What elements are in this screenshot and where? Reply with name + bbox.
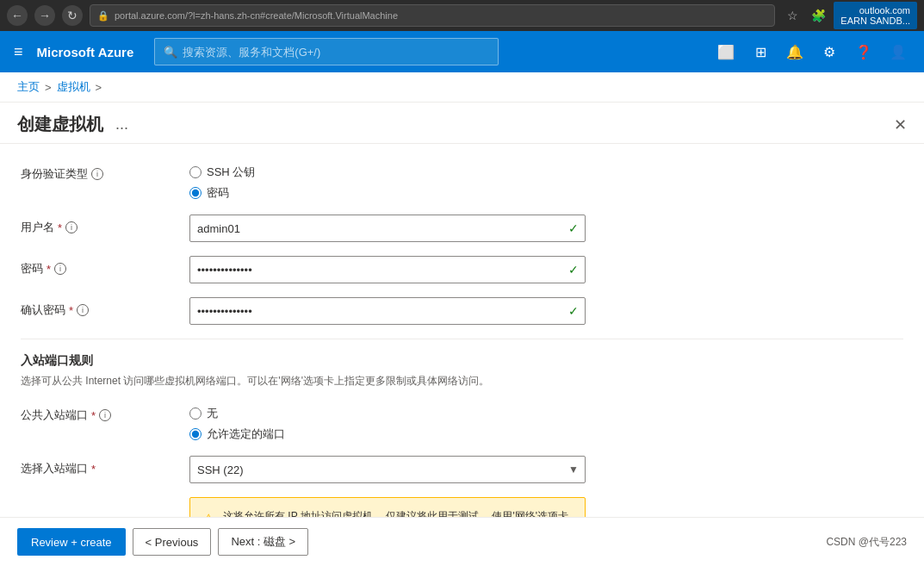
select-inbound-row: 选择入站端口 * SSH (22) HTTP (80) HTTPS (443) …	[21, 456, 903, 483]
inbound-rules-section: 入站端口规则 选择可从公共 Internet 访问哪些虚拟机网络端口。可以在'网…	[21, 353, 903, 517]
help-icon[interactable]: ❓	[848, 36, 879, 67]
search-bar[interactable]: 🔍	[154, 38, 499, 65]
main-content: 身份验证类型 i SSH 公钥 密码 用户名	[0, 144, 924, 517]
browser-chrome: ← → ↻ 🔒 portal.azure.com/?l=zh-hans.zh-c…	[0, 0, 924, 31]
feedback-icon[interactable]: 👤	[883, 36, 914, 67]
username-input-wrapper: ✓	[189, 215, 586, 242]
watermark-text: CSDN @代号223	[826, 535, 907, 550]
username-required: *	[58, 221, 62, 234]
breadcrumb-home[interactable]: 主页	[17, 79, 40, 95]
auth-ssh-label: SSH 公钥	[207, 165, 255, 180]
browser-actions: ☆ 🧩 outlook.com EARN SANDB...	[782, 2, 917, 29]
public-inbound-required: *	[91, 409, 96, 422]
auth-password-option[interactable]: 密码	[189, 185, 586, 201]
public-inbound-options: 无 允许选定的端口	[189, 402, 586, 442]
page-title: 创建虚拟机	[17, 113, 103, 136]
auth-type-info-icon[interactable]: i	[91, 168, 103, 180]
username-input[interactable]	[189, 215, 586, 242]
password-check-icon: ✓	[568, 263, 579, 277]
previous-button[interactable]: < Previous	[133, 528, 212, 556]
select-inbound-label: 选择入站端口 *	[21, 456, 176, 476]
auth-password-radio[interactable]	[189, 187, 202, 199]
confirm-password-check-icon: ✓	[568, 304, 579, 318]
page-header: 创建虚拟机 ... ✕	[0, 103, 924, 144]
lock-icon: 🔒	[97, 10, 109, 22]
select-inbound-wrapper: SSH (22) HTTP (80) HTTPS (443) RDP (3389…	[189, 456, 586, 483]
forward-button[interactable]: →	[34, 5, 55, 26]
username-info-icon[interactable]: i	[65, 221, 78, 233]
inbound-rules-desc: 选择可从公共 Internet 访问哪些虚拟机网络端口。可以在'网络'选项卡上指…	[21, 374, 903, 389]
public-inbound-row: 公共入站端口 * i 无 允许选定的端口	[21, 402, 903, 442]
password-label: 密码 * i	[21, 256, 176, 277]
warning-box: ⚠ 这将允许所有 IP 地址访问虚拟机。 仅建议将此用于测试。 使用'网络'选项…	[189, 497, 586, 517]
public-inbound-info-icon[interactable]: i	[99, 409, 111, 421]
next-button[interactable]: Next : 磁盘 >	[218, 528, 308, 556]
inbound-none-label: 无	[207, 406, 218, 421]
username-check-icon: ✓	[568, 221, 579, 235]
auth-type-row: 身份验证类型 i SSH 公钥 密码	[21, 161, 903, 201]
password-input-wrapper: ✓	[189, 256, 586, 283]
select-inbound-required: *	[91, 463, 96, 476]
breadcrumb-sep1: >	[45, 81, 52, 94]
warning-text: 这将允许所有 IP 地址访问虚拟机。 仅建议将此用于测试。 使用'网络'选项卡中…	[223, 508, 573, 517]
confirm-password-label: 确认密码 * i	[21, 297, 176, 318]
account-email: outlook.com	[840, 5, 910, 16]
account-pill[interactable]: outlook.com EARN SANDB...	[834, 2, 917, 29]
footer-watermark: CSDN @代号223	[826, 535, 907, 550]
warning-icon: ⚠	[202, 509, 214, 517]
search-icon: 🔍	[164, 46, 177, 59]
breadcrumb-vm[interactable]: 虚拟机	[57, 79, 90, 95]
account-sandbox: EARN SANDB...	[840, 16, 910, 26]
settings-icon[interactable]: ⚙	[814, 36, 845, 67]
confirm-password-required: *	[69, 304, 73, 317]
select-inbound-dropdown[interactable]: SSH (22) HTTP (80) HTTPS (443) RDP (3389…	[189, 456, 586, 483]
back-button[interactable]: ←	[7, 5, 28, 26]
inbound-allow-radio[interactable]	[189, 428, 202, 440]
refresh-button[interactable]: ↻	[62, 5, 83, 26]
close-button[interactable]: ✕	[894, 115, 907, 134]
confirm-password-row: 确认密码 * i ✓	[21, 297, 903, 325]
notifications-icon[interactable]: 🔔	[779, 36, 810, 67]
auth-type-label: 身份验证类型 i	[21, 161, 176, 182]
page-footer: Review + create < Previous Next : 磁盘 > C…	[0, 517, 924, 566]
public-inbound-label: 公共入站端口 * i	[21, 402, 176, 423]
divider	[21, 339, 903, 339]
inbound-allow-label: 允许选定的端口	[207, 426, 285, 442]
review-create-button[interactable]: Review + create	[17, 528, 126, 556]
auth-password-label: 密码	[207, 185, 229, 201]
directory-icon[interactable]: ⊞	[745, 36, 776, 67]
username-row: 用户名 * i ✓	[21, 215, 903, 242]
inbound-none-radio[interactable]	[189, 407, 202, 420]
inbound-rules-title: 入站端口规则	[21, 353, 903, 369]
azure-logo: Microsoft Azure	[37, 45, 134, 59]
hamburger-menu[interactable]: ≡	[10, 40, 27, 65]
nav-right-icons: ⬜ ⊞ 🔔 ⚙ ❓ 👤	[710, 36, 914, 67]
auth-ssh-option[interactable]: SSH 公钥	[189, 165, 586, 180]
address-bar[interactable]: 🔒 portal.azure.com/?l=zh-hans.zh-cn#crea…	[90, 4, 775, 27]
password-info-icon[interactable]: i	[54, 263, 66, 275]
extension-button[interactable]: 🧩	[808, 5, 828, 26]
breadcrumb-sep2: >	[96, 81, 102, 94]
password-input[interactable]	[189, 256, 586, 283]
inbound-none-option[interactable]: 无	[189, 406, 586, 421]
username-label: 用户名 * i	[21, 215, 176, 235]
auth-ssh-radio[interactable]	[189, 166, 202, 178]
search-input[interactable]	[183, 46, 489, 59]
auth-type-options: SSH 公钥 密码	[189, 161, 586, 201]
azure-nav: ≡ Microsoft Azure 🔍 ⬜ ⊞ 🔔 ⚙ ❓ 👤	[0, 31, 924, 72]
confirm-password-info-icon[interactable]: i	[77, 304, 89, 316]
star-button[interactable]: ☆	[782, 5, 803, 26]
cloud-shell-icon[interactable]: ⬜	[710, 36, 741, 67]
password-required: *	[47, 263, 51, 276]
password-row: 密码 * i ✓	[21, 256, 903, 283]
inbound-allow-option[interactable]: 允许选定的端口	[189, 426, 586, 442]
url-text: portal.azure.com/?l=zh-hans.zh-cn#create…	[115, 10, 398, 21]
confirm-password-input-wrapper: ✓	[189, 297, 586, 325]
more-options-button[interactable]: ...	[110, 114, 133, 135]
confirm-password-input[interactable]	[189, 297, 586, 325]
breadcrumb: 主页 > 虚拟机 >	[0, 72, 924, 103]
